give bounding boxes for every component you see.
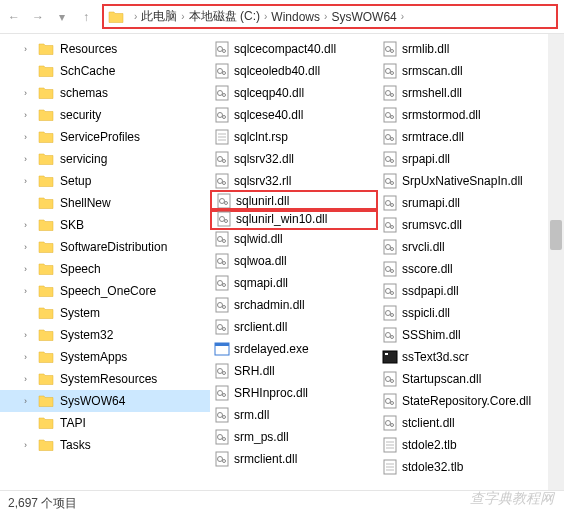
expand-icon[interactable]: › — [24, 176, 36, 186]
tree-item-security[interactable]: ›security — [0, 104, 210, 126]
file-item[interactable]: srm.dll — [210, 404, 378, 426]
file-name: sscore.dll — [402, 262, 453, 276]
expand-icon[interactable]: › — [24, 330, 36, 340]
file-item[interactable]: srmlib.dll — [378, 38, 558, 60]
breadcrumb-item[interactable]: SysWOW64 — [331, 10, 396, 24]
folder-tree[interactable]: ›ResourcesSchCache›schemas›security›Serv… — [0, 34, 210, 500]
tree-item-syswow64[interactable]: ›SysWOW64 — [0, 390, 210, 412]
expand-icon[interactable]: › — [24, 374, 36, 384]
file-item[interactable]: sqmapi.dll — [210, 272, 378, 294]
expand-icon[interactable]: › — [24, 220, 36, 230]
tree-item-system[interactable]: System — [0, 302, 210, 324]
file-item[interactable]: srdelayed.exe — [210, 338, 378, 360]
file-icon — [214, 129, 230, 145]
tree-item-systemapps[interactable]: ›SystemApps — [0, 346, 210, 368]
breadcrumb-item[interactable]: Windows — [271, 10, 320, 24]
file-item[interactable]: sqlcecompact40.dll — [210, 38, 378, 60]
expand-icon[interactable]: › — [24, 88, 36, 98]
breadcrumb-item[interactable]: 本地磁盘 (C:) — [189, 8, 260, 25]
file-item[interactable]: SRHInproc.dll — [210, 382, 378, 404]
tree-item-setup[interactable]: ›Setup — [0, 170, 210, 192]
expand-icon[interactable]: › — [24, 110, 36, 120]
tree-item-serviceprofiles[interactable]: ›ServiceProfiles — [0, 126, 210, 148]
expand-icon[interactable]: › — [24, 440, 36, 450]
dll-icon — [382, 217, 398, 233]
expand-icon[interactable]: › — [24, 44, 36, 54]
file-item[interactable]: sqlwid.dll — [210, 228, 378, 250]
expand-icon[interactable]: › — [24, 242, 36, 252]
tree-item-speech_onecore[interactable]: ›Speech_OneCore — [0, 280, 210, 302]
scrollbar[interactable] — [548, 34, 564, 500]
file-item[interactable]: sqlsrv32.dll — [210, 148, 378, 170]
scroll-thumb[interactable] — [550, 220, 562, 250]
file-item[interactable]: Startupscan.dll — [378, 368, 558, 390]
tree-item-servicing[interactable]: ›servicing — [0, 148, 210, 170]
file-item[interactable]: sqlwoa.dll — [210, 250, 378, 272]
file-item[interactable]: stdole32.tlb — [378, 456, 558, 478]
file-item[interactable]: sqlunirl_win10.dll — [210, 208, 378, 230]
back-button[interactable]: ← — [6, 9, 22, 25]
file-item[interactable]: srumapi.dll — [378, 192, 558, 214]
breadcrumb[interactable]: › 此电脑 › 本地磁盘 (C:) › Windows › SysWOW64 › — [102, 4, 558, 29]
file-item[interactable]: StateRepository.Core.dll — [378, 390, 558, 412]
tree-item-tasks[interactable]: ›Tasks — [0, 434, 210, 456]
dll-icon — [216, 193, 232, 209]
tree-item-skb[interactable]: ›SKB — [0, 214, 210, 236]
tree-item-schemas[interactable]: ›schemas — [0, 82, 210, 104]
file-item[interactable]: srmstormod.dll — [378, 104, 558, 126]
file-item[interactable]: srvcli.dll — [378, 236, 558, 258]
forward-button[interactable]: → — [30, 9, 46, 25]
tree-item-softwaredistribution[interactable]: ›SoftwareDistribution — [0, 236, 210, 258]
dll-icon — [382, 371, 398, 387]
file-item[interactable]: stdole2.tlb — [378, 434, 558, 456]
tree-label: TAPI — [60, 416, 86, 430]
file-item[interactable]: SRH.dll — [210, 360, 378, 382]
file-item[interactable]: srmshell.dll — [378, 82, 558, 104]
expand-icon[interactable]: › — [24, 352, 36, 362]
file-item[interactable]: sqlclnt.rsp — [210, 126, 378, 148]
tree-item-tapi[interactable]: TAPI — [0, 412, 210, 434]
file-item[interactable]: ssText3d.scr — [378, 346, 558, 368]
folder-icon — [38, 328, 54, 342]
file-item[interactable]: srclient.dll — [210, 316, 378, 338]
expand-icon[interactable]: › — [24, 396, 36, 406]
file-item[interactable]: srumsvc.dll — [378, 214, 558, 236]
file-list[interactable]: sqlcecompact40.dllsqlceoledb40.dllsqlceq… — [210, 34, 564, 500]
scr-icon — [382, 349, 398, 365]
expand-icon[interactable]: › — [24, 264, 36, 274]
file-item[interactable]: SrpUxNativeSnapIn.dll — [378, 170, 558, 192]
file-item[interactable]: srpapi.dll — [378, 148, 558, 170]
expand-icon[interactable]: › — [24, 132, 36, 142]
tree-item-speech[interactable]: ›Speech — [0, 258, 210, 280]
file-item[interactable]: sqlsrv32.rll — [210, 170, 378, 192]
file-item[interactable]: srmscan.dll — [378, 60, 558, 82]
dll-icon — [214, 385, 230, 401]
file-item[interactable]: sspicli.dll — [378, 302, 558, 324]
file-item[interactable]: stclient.dll — [378, 412, 558, 434]
breadcrumb-item[interactable]: 此电脑 — [141, 8, 177, 25]
file-item[interactable]: SSShim.dll — [378, 324, 558, 346]
tree-item-systemresources[interactable]: ›SystemResources — [0, 368, 210, 390]
file-item[interactable]: srm_ps.dll — [210, 426, 378, 448]
file-name: sqlunirl.dll — [236, 194, 289, 208]
dll-icon — [214, 41, 230, 57]
expand-icon[interactable]: › — [24, 286, 36, 296]
tree-item-schcache[interactable]: SchCache — [0, 60, 210, 82]
file-item[interactable]: ssdpapi.dll — [378, 280, 558, 302]
file-name: srmlib.dll — [402, 42, 449, 56]
tree-item-shellnew[interactable]: ShellNew — [0, 192, 210, 214]
file-item[interactable]: srmtrace.dll — [378, 126, 558, 148]
file-item[interactable]: sqlcese40.dll — [210, 104, 378, 126]
dll-icon — [214, 451, 230, 467]
tree-item-resources[interactable]: ›Resources — [0, 38, 210, 60]
tree-item-system32[interactable]: ›System32 — [0, 324, 210, 346]
file-item[interactable]: sqlceqp40.dll — [210, 82, 378, 104]
history-dropdown[interactable]: ▾ — [54, 9, 70, 25]
file-item[interactable]: srmclient.dll — [210, 448, 378, 470]
file-item[interactable]: sqlceoledb40.dll — [210, 60, 378, 82]
file-item[interactable]: sscore.dll — [378, 258, 558, 280]
expand-icon[interactable]: › — [24, 154, 36, 164]
chevron-right-icon: › — [181, 11, 184, 22]
file-item[interactable]: srchadmin.dll — [210, 294, 378, 316]
up-button[interactable]: ↑ — [78, 9, 94, 25]
